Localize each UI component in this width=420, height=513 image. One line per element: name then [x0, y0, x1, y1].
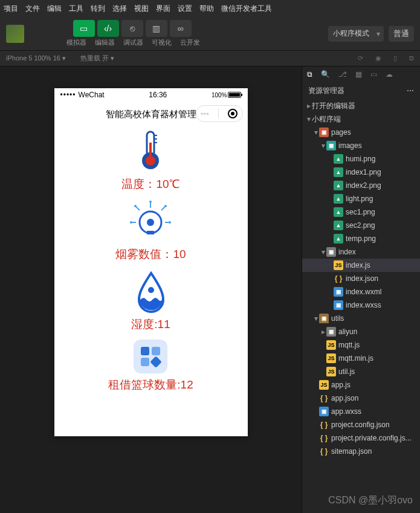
file-projconfig[interactable]: { }project.config.json — [302, 418, 420, 431]
file-appjson[interactable]: { }app.json — [302, 392, 420, 405]
menu-help[interactable]: 帮助 — [199, 4, 214, 14]
menu-file[interactable]: 文件 — [25, 4, 40, 14]
capsule[interactable]: ••• — [196, 105, 243, 122]
simulator-button[interactable]: ▭ — [73, 20, 95, 37]
temp-item: 温度：10℃ — [121, 129, 179, 192]
app-navbar: 智能高校体育器材管理 ••• — [54, 102, 248, 127]
ext-icon[interactable]: ▦ — [355, 70, 362, 79]
toolbar: ▭ ‹/› ⎋ ▥ ∞ 模拟器 编辑器 调试器 可视化 云开发 小程序模式 普通 — [0, 17, 420, 51]
sidebar: ⧉ 🔍 ⎇ ▦ ▭ ☁ 资源管理器 ⋯ ▸打开的编辑器 ▾小程序端 ▾▣page… — [302, 66, 420, 513]
ball-item: 租借篮球数量:12 — [108, 340, 193, 393]
compile-select[interactable]: 热重载 开 ▾ — [80, 54, 114, 63]
file-img[interactable]: ▲sec1.png — [302, 205, 420, 219]
root-folder[interactable]: ▾小程序端 — [302, 112, 420, 126]
svg-point-18 — [164, 205, 167, 207]
git-icon[interactable]: ⎇ — [338, 70, 347, 79]
bulb-icon — [129, 199, 172, 243]
record-icon[interactable]: ◉ — [375, 54, 381, 62]
folder-aliyun[interactable]: ▸▣aliyun — [302, 325, 420, 338]
close-mini-icon[interactable] — [228, 109, 237, 118]
svg-point-16 — [169, 221, 171, 224]
clock: 16:36 — [149, 91, 167, 99]
visual-button[interactable]: ▥ — [146, 20, 167, 37]
battery-text: 100% — [212, 92, 227, 98]
file-img[interactable]: ▲temp.png — [302, 232, 420, 245]
status-bar: ••••• WeChat 16:36 100% — [54, 88, 248, 102]
file-util[interactable]: JSutil.js — [302, 365, 420, 378]
device-bar: iPhone 5 100% 16 ▾ 热重载 开 ▾ ⟳ ◉ ▯ ⧉ — [0, 51, 420, 66]
svg-rect-3 — [149, 143, 152, 158]
menubar[interactable]: 项目 文件 编辑 工具 转到 选择 视图 界面 设置 帮助 微信开发者工具 — [0, 0, 420, 17]
avatar[interactable] — [6, 25, 24, 43]
battery-icon — [228, 92, 241, 98]
menu-settings[interactable]: 设置 — [178, 4, 192, 14]
droplet-icon — [129, 269, 173, 313]
menu-interface[interactable]: 界面 — [156, 4, 170, 14]
humi-item: 湿度:11 — [129, 269, 173, 332]
carrier-label: WeChat — [79, 91, 105, 99]
search-icon[interactable]: 🔍 — [321, 70, 330, 79]
file-indexwxss[interactable]: ▣index.wxss — [302, 298, 420, 312]
debugger-button[interactable]: ⎋ — [121, 20, 143, 37]
file-img[interactable]: ▲light.png — [302, 192, 420, 205]
file-indexjson[interactable]: { }index.json — [302, 272, 420, 285]
editor-button[interactable]: ‹/› — [97, 20, 119, 37]
file-appjs[interactable]: JSapp.js — [302, 378, 420, 392]
svg-point-8 — [147, 219, 154, 226]
smoke-item: 烟雾数值：10 — [115, 199, 186, 262]
db-icon[interactable]: ▭ — [370, 70, 377, 79]
file-mqttmin[interactable]: JSmqtt.min.js — [302, 352, 420, 365]
simulator-pane: ••••• WeChat 16:36 100% 智能高校体育器材管理 ••• — [0, 66, 302, 513]
explorer-title: 资源管理器 — [308, 86, 344, 96]
menu-devtools[interactable]: 微信开发者工具 — [221, 4, 272, 14]
signal-icon: ••••• — [60, 91, 76, 99]
file-mqtt[interactable]: JSmqtt.js — [302, 338, 420, 352]
mode-select[interactable]: 小程序模式 — [328, 26, 384, 42]
page-title: 智能高校体育器材管理 — [106, 109, 196, 120]
file-appwxss[interactable]: ▣app.wxss — [302, 405, 420, 418]
menu-edit[interactable]: 编辑 — [47, 4, 62, 14]
device-select[interactable]: iPhone 5 100% 16 ▾ — [6, 54, 66, 62]
compile-button[interactable]: 普通 — [389, 26, 414, 42]
svg-point-19 — [148, 287, 154, 293]
refresh-icon[interactable]: ⟳ — [358, 54, 363, 62]
blocks-icon — [134, 340, 167, 373]
copy-icon[interactable]: ⧉ — [409, 54, 414, 62]
folder-images[interactable]: ▾▣images — [302, 139, 420, 152]
phone-frame: ••••• WeChat 16:36 100% 智能高校体育器材管理 ••• — [54, 88, 248, 436]
explorer-icon[interactable]: ⧉ — [307, 70, 312, 79]
menu-goto[interactable]: 转到 — [91, 4, 105, 14]
more-icon[interactable]: ⋯ — [407, 86, 414, 95]
side-tabs[interactable]: ⧉ 🔍 ⎇ ▦ ▭ ☁ — [302, 66, 420, 82]
file-img[interactable]: ▲humi.png — [302, 152, 420, 166]
menu-project[interactable]: 项目 — [4, 4, 18, 14]
file-indexwxml[interactable]: ▣index.wxml — [302, 285, 420, 298]
folder-index[interactable]: ▾▣index — [302, 245, 420, 259]
menu-select[interactable]: 选择 — [112, 4, 127, 14]
more-icon[interactable]: ••• — [201, 109, 209, 118]
file-sitemap[interactable]: { }sitemap.json — [302, 445, 420, 458]
file-projprivate[interactable]: { }project.private.config.js... — [302, 431, 420, 445]
file-indexjs[interactable]: JSindex.js — [302, 259, 420, 272]
file-img[interactable]: ▲index2.png — [302, 179, 420, 192]
file-img[interactable]: ▲sec2.png — [302, 219, 420, 232]
cloud-icon[interactable]: ☁ — [386, 70, 393, 79]
menu-tool[interactable]: 工具 — [69, 4, 83, 14]
watermark: CSDN @墨小羽ovo — [328, 494, 413, 507]
svg-line-13 — [161, 207, 165, 210]
file-img[interactable]: ▲index1.png — [302, 166, 420, 179]
thermometer-icon — [129, 129, 172, 173]
svg-point-14 — [149, 201, 152, 203]
device-icon[interactable]: ▯ — [393, 54, 397, 62]
svg-point-15 — [130, 221, 132, 224]
open-editors[interactable]: ▸打开的编辑器 — [302, 99, 420, 112]
menu-view[interactable]: 视图 — [134, 4, 149, 14]
folder-utils[interactable]: ▾▣utils — [302, 312, 420, 325]
file-tree[interactable]: ▸打开的编辑器 ▾小程序端 ▾▣pages ▾▣images ▲humi.png… — [302, 99, 420, 513]
folder-pages[interactable]: ▾▣pages — [302, 126, 420, 139]
svg-line-12 — [136, 207, 140, 210]
svg-point-17 — [134, 205, 137, 207]
cloud-button[interactable]: ∞ — [170, 20, 192, 37]
